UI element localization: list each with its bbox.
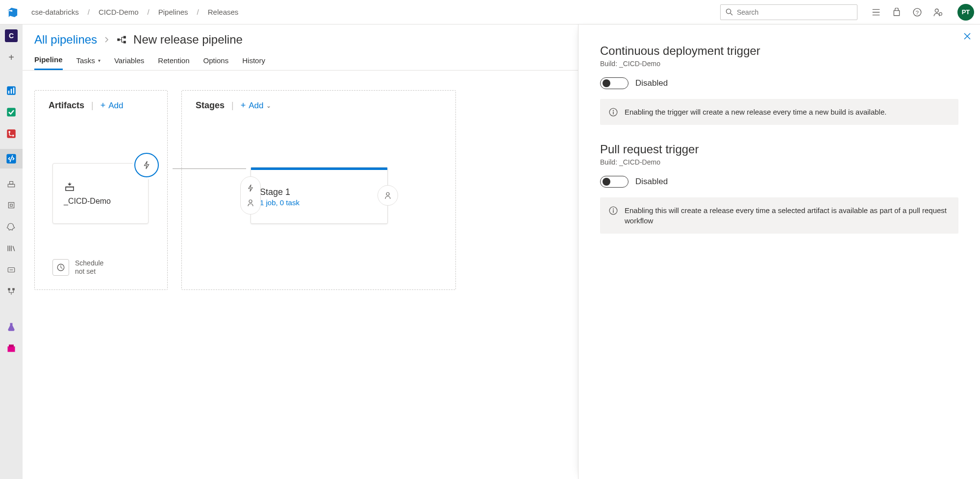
svg-point-32 — [249, 200, 252, 203]
cd-trigger-state: Disabled — [635, 78, 668, 88]
pipeline-type-icon — [117, 35, 126, 45]
breadcrumb-separator: / — [197, 8, 199, 16]
breadcrumb-releases[interactable]: Releases — [208, 8, 239, 16]
boards-icon[interactable] — [5, 106, 18, 119]
library-icon[interactable] — [5, 242, 18, 255]
svg-point-38 — [613, 209, 614, 210]
svg-rect-27 — [124, 41, 126, 43]
releases-icon[interactable] — [5, 220, 18, 233]
info-icon — [609, 108, 618, 117]
svg-rect-17 — [10, 182, 13, 185]
breadcrumb-separator: / — [88, 8, 90, 16]
user-settings-icon[interactable] — [933, 7, 943, 17]
environments-icon[interactable] — [5, 199, 18, 212]
post-deployment-conditions[interactable] — [377, 185, 398, 206]
list-icon[interactable] — [871, 7, 881, 17]
search-input[interactable] — [737, 8, 852, 16]
test-plans-icon[interactable] — [5, 320, 18, 333]
artifacts-panel: Artifacts | + Add _CICD-Demo — [34, 90, 168, 290]
stage-name: Stage 1 — [260, 187, 300, 197]
breadcrumb-org[interactable]: cse-databricks — [31, 8, 79, 16]
builds-icon[interactable] — [5, 177, 18, 190]
cd-trigger-build: Build: _CICD-Demo — [600, 60, 958, 68]
svg-rect-25 — [117, 38, 120, 41]
stages-title: Stages — [196, 100, 225, 111]
tab-pipeline[interactable]: Pipeline — [34, 55, 63, 70]
pr-trigger-state: Disabled — [635, 177, 668, 187]
svg-rect-19 — [10, 204, 13, 207]
svg-line-1 — [730, 13, 732, 15]
chevron-down-icon: ⌄ — [266, 102, 271, 109]
stage-detail-link[interactable]: 1 job, 0 task — [260, 198, 300, 207]
plus-icon: + — [241, 100, 246, 111]
tab-retention[interactable]: Retention — [158, 55, 189, 70]
search-box[interactable] — [720, 4, 857, 20]
breadcrumb-pipelines[interactable]: Pipelines — [158, 8, 188, 16]
breadcrumb: cse-databricks / CICD-Demo / Pipelines /… — [31, 8, 238, 16]
lightning-icon — [142, 161, 151, 169]
tab-options[interactable]: Options — [203, 55, 229, 70]
cd-trigger-badge[interactable] — [134, 153, 159, 177]
svg-rect-12 — [7, 129, 16, 138]
artifacts-title: Artifacts — [49, 100, 84, 111]
overview-icon[interactable] — [5, 84, 18, 97]
all-pipelines-link[interactable]: All pipelines — [34, 33, 97, 47]
marketplace-icon[interactable] — [892, 7, 902, 17]
pipelines-nav-selected[interactable] — [0, 149, 23, 168]
svg-rect-9 — [11, 89, 12, 94]
avatar[interactable]: PT — [957, 4, 974, 21]
svg-rect-24 — [9, 345, 14, 347]
artifact-name: _CICD-Demo — [64, 197, 148, 206]
person-icon — [384, 192, 392, 199]
clock-icon — [52, 259, 69, 276]
svg-point-0 — [726, 9, 730, 13]
pre-deployment-conditions[interactable] — [240, 176, 261, 215]
tab-tasks[interactable]: Tasks▾ — [76, 55, 101, 70]
pr-trigger-build: Build: _CICD-Demo — [600, 158, 958, 166]
pipeline-title[interactable]: New release pipeline — [133, 33, 243, 47]
add-artifact-button[interactable]: + Add — [101, 100, 124, 111]
tab-variables[interactable]: Variables — [114, 55, 144, 70]
svg-point-6 — [939, 12, 942, 15]
main-area: All pipelines New release pipeline Save … — [23, 24, 980, 479]
svg-point-35 — [613, 110, 614, 111]
repos-icon[interactable] — [5, 127, 18, 140]
add-stage-button[interactable]: + Add ⌄ — [241, 100, 272, 111]
deployment-groups-icon[interactable] — [5, 285, 18, 298]
azure-devops-logo-icon[interactable] — [6, 5, 20, 19]
project-tile[interactable]: C — [5, 29, 18, 42]
help-icon[interactable]: ? — [912, 7, 922, 17]
search-icon — [726, 8, 733, 16]
stages-panel: Stages | + Add ⌄ Stage 1 1 job, 0 task — [181, 90, 456, 290]
svg-rect-21 — [8, 288, 10, 290]
taskgroups-icon[interactable] — [5, 263, 18, 276]
top-actions: ? PT — [871, 4, 974, 21]
svg-rect-16 — [8, 184, 15, 187]
svg-rect-30 — [66, 187, 74, 191]
svg-rect-36 — [613, 112, 614, 115]
breadcrumb-project[interactable]: CICD-Demo — [99, 8, 139, 16]
artifacts-nav-icon[interactable] — [5, 342, 18, 355]
svg-point-33 — [386, 192, 389, 195]
lightning-icon — [247, 184, 254, 192]
svg-rect-26 — [124, 36, 126, 38]
svg-rect-18 — [8, 202, 14, 208]
schedule-trigger[interactable]: Schedule not set — [52, 259, 114, 276]
artifact-card[interactable]: _CICD-Demo — [52, 163, 149, 224]
stage-card[interactable]: Stage 1 1 job, 0 task — [251, 167, 388, 224]
svg-rect-22 — [12, 288, 15, 290]
close-panel-button[interactable] — [963, 32, 971, 40]
add-icon[interactable]: + — [5, 51, 18, 64]
tab-history[interactable]: History — [242, 55, 265, 70]
close-icon — [963, 32, 971, 40]
svg-rect-11 — [7, 108, 16, 117]
cd-trigger-toggle[interactable] — [600, 77, 628, 89]
left-nav: C + — [0, 24, 23, 479]
cd-trigger-title: Continuous deployment trigger — [600, 44, 958, 58]
svg-point-14 — [12, 135, 14, 137]
cd-trigger-info: Enabling the trigger will create a new r… — [600, 99, 958, 125]
pr-trigger-info: Enabling this will create a release ever… — [600, 197, 958, 234]
svg-rect-10 — [13, 88, 15, 94]
pr-trigger-title: Pull request trigger — [600, 143, 958, 156]
pr-trigger-toggle[interactable] — [600, 176, 628, 188]
